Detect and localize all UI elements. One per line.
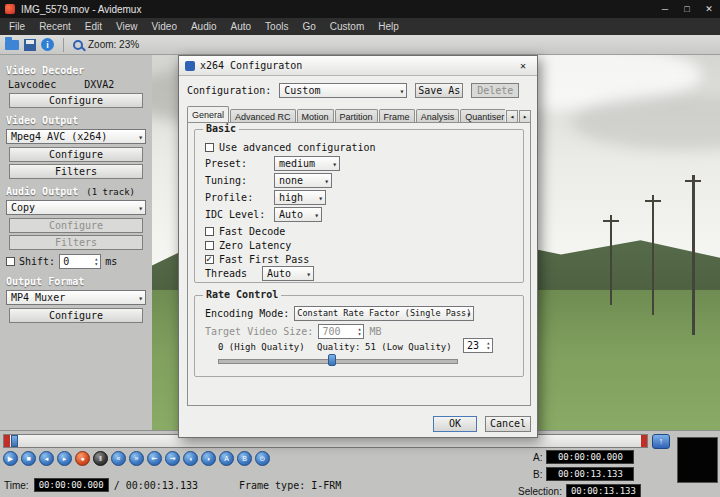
zero-latency-label: Zero Latency [219, 240, 291, 251]
transport-prev-frame-button[interactable]: ◂ [39, 451, 54, 466]
hw-accel-name: DXVA2 [84, 79, 114, 90]
output-format-select[interactable]: MP4 Muxer [6, 290, 146, 305]
menu-recent[interactable]: Recent [32, 18, 78, 35]
save-as-button[interactable]: Save As [415, 83, 463, 98]
info-icon[interactable] [41, 38, 54, 51]
transport-time-shift-button[interactable]: ⊙ [255, 451, 270, 466]
tab-analysis[interactable]: Analysis [416, 109, 460, 123]
window-title: IMG_5579.mov - Avidemux [21, 4, 141, 15]
rate-control-group-title: Rate Control [203, 289, 281, 300]
audio-output-codec-select[interactable]: Copy [6, 200, 146, 215]
use-advanced-checkbox[interactable] [205, 143, 214, 152]
tab-quantiser[interactable]: Quantiser [460, 109, 505, 123]
threads-select[interactable]: Auto [262, 266, 314, 281]
video-output-title: Video Output [6, 115, 78, 126]
encoding-mode-select[interactable]: Constant Rate Factor (Single Pass) [294, 306, 474, 321]
audio-output-heading: Audio Output (1 track) [6, 186, 146, 197]
menu-view[interactable]: View [109, 18, 145, 35]
close-button[interactable]: ✕ [698, 0, 720, 18]
general-tab-pane: Basic Use advanced configuration Preset:… [187, 122, 531, 406]
tuning-select[interactable]: none [274, 173, 332, 188]
delete-button[interactable]: Delete [471, 83, 519, 98]
minimize-button[interactable]: ─ [654, 0, 676, 18]
audio-configure-button[interactable]: Configure [9, 218, 143, 233]
target-size-spinner[interactable]: 700 [318, 324, 364, 339]
transport-next-frame-button[interactable]: ▸ [57, 451, 72, 466]
timeline-handle[interactable] [11, 435, 18, 447]
menu-edit[interactable]: Edit [78, 18, 109, 35]
shift-value-spinner[interactable]: 0 [59, 254, 101, 269]
menu-help[interactable]: Help [371, 18, 406, 35]
quality-label: Quality: [317, 342, 360, 352]
fast-first-pass-checkbox[interactable] [205, 255, 214, 264]
menu-tools[interactable]: Tools [258, 18, 295, 35]
menu-auto[interactable]: Auto [224, 18, 259, 35]
transport-prev-keyframe-button[interactable]: « [111, 451, 126, 466]
transport-black-frame-button[interactable]: ‖ [93, 451, 108, 466]
transport-first-frame-button[interactable]: ⇤ [147, 451, 162, 466]
preset-select[interactable]: medium [274, 156, 340, 171]
video-output-codec-select[interactable]: Mpeg4 AVC (x264) [6, 129, 146, 144]
zero-latency-checkbox[interactable] [205, 241, 214, 250]
ok-button[interactable]: OK [433, 416, 477, 432]
transport-mark-b-button[interactable]: B [237, 451, 252, 466]
video-decoder-configure-button[interactable]: Configure [9, 93, 143, 108]
tab-general[interactable]: General [187, 106, 229, 123]
selection-field: 00:00:13.133 [566, 484, 641, 497]
idc-level-select[interactable]: Auto [274, 207, 322, 222]
shift-row: Shift: 0 ms [6, 254, 146, 269]
quality-spinner[interactable]: 23 [463, 338, 493, 353]
save-icon[interactable] [24, 39, 36, 51]
tab-motion[interactable]: Motion [297, 109, 334, 123]
shift-unit-label: ms [105, 256, 117, 267]
decoder-row: Lavcodec DXVA2 [6, 79, 146, 90]
profile-select[interactable]: high [274, 190, 326, 205]
output-format-configure-button[interactable]: Configure [9, 308, 143, 323]
open-icon[interactable] [5, 40, 19, 50]
marker-b-row: B: 00:00:13.133 [533, 467, 634, 481]
use-advanced-label: Use advanced configuration [219, 142, 376, 153]
menu-go[interactable]: Go [295, 18, 322, 35]
transport-play-button[interactable]: ▶ [3, 451, 18, 466]
shift-label: Shift: [19, 256, 55, 267]
cancel-button[interactable]: Cancel [485, 416, 531, 432]
maximize-button[interactable]: □ [676, 0, 698, 18]
transport-stop-button[interactable]: ■ [21, 451, 36, 466]
tab-partition[interactable]: Partition [335, 109, 378, 123]
video-output-filters-button[interactable]: Filters [9, 164, 143, 179]
configuration-select[interactable]: Custom [279, 83, 407, 98]
transport-prev-black-frame-button[interactable]: ◖ [183, 451, 198, 466]
transport-mark-a-button[interactable]: A [219, 451, 234, 466]
dialog-title: x264 Configuraton [200, 60, 302, 71]
menu-video[interactable]: Video [145, 18, 184, 35]
preset-value: medium [279, 158, 315, 169]
preset-label: Preset: [205, 158, 269, 169]
record-icon: ● [80, 455, 84, 462]
menu-audio[interactable]: Audio [184, 18, 224, 35]
transport-last-frame-button[interactable]: ⇥ [165, 451, 180, 466]
decoder-name: Lavcodec [8, 79, 56, 90]
target-size-value: 700 [322, 326, 340, 337]
transport-next-black-frame-button[interactable]: ◗ [201, 451, 216, 466]
next-keyframe-icon: » [135, 455, 139, 462]
transport-record-button[interactable]: ● [75, 451, 90, 466]
idc-level-label: IDC Level: [205, 209, 269, 220]
menu-custom[interactable]: Custom [323, 18, 371, 35]
video-output-configure-button[interactable]: Configure [9, 147, 143, 162]
quality-slider-handle[interactable] [328, 354, 336, 366]
fast-decode-checkbox[interactable] [205, 227, 214, 236]
marker-a-row: A: 00:00:00.000 [533, 450, 634, 464]
dialog-close-button[interactable]: ✕ [515, 60, 531, 71]
frame-type-label: Frame type: I-FRM [239, 480, 341, 491]
audio-filters-button[interactable]: Filters [9, 235, 143, 250]
quality-slider[interactable] [218, 354, 458, 366]
transport-next-keyframe-button[interactable]: » [129, 451, 144, 466]
shift-checkbox[interactable] [6, 257, 15, 266]
menu-file[interactable]: File [2, 18, 32, 35]
prev-keyframe-icon: « [117, 455, 121, 462]
tab-frame[interactable]: Frame [379, 109, 415, 123]
volume-button[interactable]: ↑ [652, 434, 670, 449]
next-frame-icon: ▸ [63, 455, 67, 463]
selection-start-marker [4, 435, 10, 447]
tab-advanced-rc[interactable]: Advanced RC [230, 109, 296, 123]
